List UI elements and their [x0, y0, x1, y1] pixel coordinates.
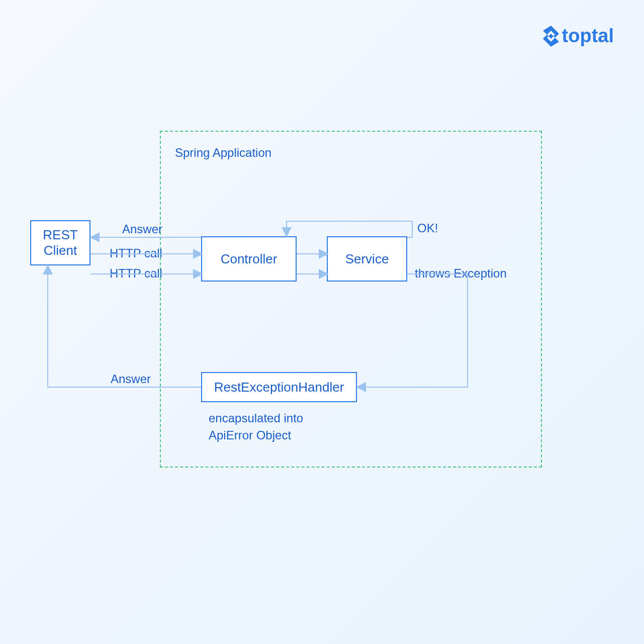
answer-top-label: Answer — [122, 222, 162, 236]
toptal-logo: toptal — [543, 25, 614, 47]
throws-exception-label: throws Exception — [415, 266, 507, 281]
exception-handler-box: RestExceptionHandler — [201, 372, 357, 402]
answer-bottom-label: Answer — [111, 372, 151, 386]
ok-label: OK! — [417, 221, 438, 235]
spring-application-label: Spring Application — [175, 146, 271, 160]
encapsulated-label: encapsulated into ApiError Object — [209, 410, 303, 443]
toptal-logo-icon — [543, 26, 559, 47]
http-call-1-label: HTTP call — [110, 246, 162, 260]
toptal-logo-text: toptal — [562, 25, 614, 47]
service-box: Service — [327, 236, 407, 282]
rest-client-box: REST Client — [30, 220, 90, 265]
controller-box: Controller — [201, 236, 297, 282]
http-call-2-label: HTTP call — [110, 266, 162, 281]
